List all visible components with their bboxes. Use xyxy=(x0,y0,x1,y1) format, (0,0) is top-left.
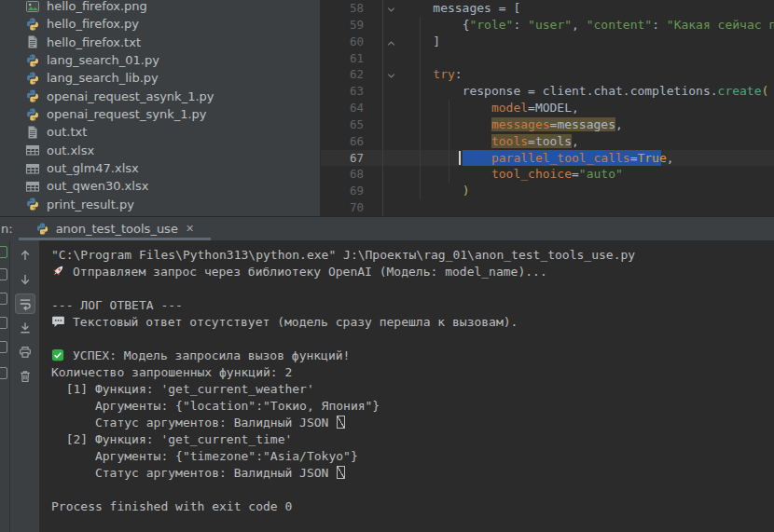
console-line: Аргументы: {"location":"Токио, Япония"} xyxy=(51,398,774,415)
python-file-icon xyxy=(25,197,40,211)
clipped-toolbar-icon xyxy=(0,268,7,280)
line-number: 64 xyxy=(321,100,377,116)
code-token: , xyxy=(667,151,674,165)
code-editor[interactable]: 58 messages = [59 {"role": "user", "cont… xyxy=(321,0,774,216)
tree-item[interactable]: out_glm47.xlsx xyxy=(0,159,320,177)
tree-item[interactable]: out.txt xyxy=(0,123,320,141)
scroll-to-end-button[interactable] xyxy=(15,318,35,338)
code-line[interactable]: 65 messages=messages, xyxy=(321,116,774,133)
console-line: Текстовый ответ отсутствует (модель сраз… xyxy=(51,314,774,331)
code-token: : xyxy=(455,67,463,81)
console-line: УСПЕХ: Модель запросила вызов функций! xyxy=(51,348,774,364)
tree-item-label: lang_search_lib.py xyxy=(47,71,159,85)
fold-gutter xyxy=(377,199,404,216)
console-text: УСПЕХ: Модель запросила вызов функций! xyxy=(73,348,350,362)
code-line[interactable]: 63 response = client.chat.completions.cr… xyxy=(321,83,774,100)
tree-item-label: lang_search_01.py xyxy=(47,53,159,67)
fold-gutter xyxy=(377,83,404,100)
python-file-icon xyxy=(25,89,40,103)
caret xyxy=(459,151,461,166)
printer-button[interactable] xyxy=(15,342,35,362)
code-line[interactable]: 69 ) xyxy=(321,183,774,199)
code-line[interactable]: 61 xyxy=(321,50,774,67)
console-text: --- ЛОГ ОТВЕТА --- xyxy=(51,298,183,312)
missing-glyph-box xyxy=(337,416,345,429)
code-line[interactable]: 58 messages = [ xyxy=(321,0,774,17)
tree-item-label: openai_request_synk_1.py xyxy=(47,107,207,121)
tree-item[interactable]: lang_search_lib.py xyxy=(0,69,320,87)
console-line xyxy=(51,482,774,498)
code-line[interactable]: 59 {"role": "user", "content": "Какая се… xyxy=(321,17,774,34)
tree-item[interactable]: openai_request_asynk_1.py xyxy=(0,88,320,105)
code-token: messages = [ xyxy=(433,1,520,15)
fold-gutter xyxy=(377,34,404,50)
pycharm-window: hello_firefox.pnghello_firefox.pyhello_f… xyxy=(0,0,774,532)
table-file-icon xyxy=(25,161,40,176)
python-file-icon xyxy=(25,53,40,68)
tree-item[interactable]: out.xlsx xyxy=(0,142,320,159)
code-token: True xyxy=(637,151,666,165)
code-line[interactable]: 60 ] xyxy=(321,34,774,50)
code-token: parallel_tool_calls xyxy=(491,151,630,165)
tree-item[interactable]: lang_search_01.py xyxy=(0,51,320,69)
soft-wrap-icon xyxy=(18,296,33,311)
tree-item[interactable]: hello_firefox.txt xyxy=(0,34,320,51)
missing-glyph-box xyxy=(337,466,345,479)
code-text: messages = [ xyxy=(404,0,520,17)
down-arrow-button[interactable] xyxy=(15,269,35,290)
code-text: response = client.chat.completions.creat… xyxy=(404,83,768,100)
code-token: "Какая сейчас по xyxy=(667,18,774,32)
code-line[interactable]: 68 tool_choice="auto" xyxy=(321,166,774,183)
code-line[interactable]: 64 model=MODEL, xyxy=(321,100,774,116)
console-text: Текстовый ответ отсутствует (модель сраз… xyxy=(73,315,518,329)
tree-item[interactable]: hello_firefox.py xyxy=(0,15,320,33)
run-tab[interactable]: anon_test_tools_use ✕ xyxy=(19,217,211,240)
line-number: 68 xyxy=(321,166,377,183)
fold-gutter xyxy=(377,0,404,17)
console-output[interactable]: "C:\Program Files\Python313\python.exe" … xyxy=(40,240,774,532)
code-line[interactable]: 70 xyxy=(321,199,774,216)
tree-item[interactable]: print_result.py xyxy=(0,196,320,213)
trash-button[interactable] xyxy=(15,366,35,387)
line-number: 66 xyxy=(321,133,377,150)
code-line[interactable]: 67 parallel_tool_calls=True, xyxy=(321,150,774,167)
close-tab-icon[interactable]: ✕ xyxy=(186,223,194,235)
console-line: --- ЛОГ ОТВЕТА --- xyxy=(51,297,774,314)
code-token: response = client.chat.completions. xyxy=(463,84,718,98)
line-number: 63 xyxy=(321,83,377,100)
code-text: try: xyxy=(404,66,463,83)
code-text: model=MODEL, xyxy=(404,100,579,116)
clipped-toolbar-icon xyxy=(0,317,7,329)
code-token: tool_choice xyxy=(491,167,572,181)
project-tree[interactable]: hello_firefox.pnghello_firefox.pyhello_f… xyxy=(0,0,321,216)
code-text: tool_choice="auto" xyxy=(404,166,623,183)
tree-item[interactable]: out_qwen30.xlsx xyxy=(0,177,320,195)
text-file-icon xyxy=(25,34,40,49)
console-line: [2] Функция: 'get_current_time' xyxy=(51,431,774,448)
console-line: Статус аргументов: Валидный JSON xyxy=(51,465,774,482)
top-split: hello_firefox.pnghello_firefox.pyhello_f… xyxy=(0,0,774,216)
code-text: messages=messages, xyxy=(404,116,623,133)
tree-item[interactable]: openai_request_synk_1.py xyxy=(0,105,320,123)
console-line: [1] Функция: 'get_current_weather' xyxy=(51,381,774,398)
line-number: 65 xyxy=(321,116,377,133)
code-line[interactable]: 66 tools=tools, xyxy=(321,133,774,150)
fold-gutter xyxy=(377,116,404,133)
scroll-to-end-icon xyxy=(18,321,33,335)
line-number: 67 xyxy=(321,150,377,167)
up-arrow-button[interactable] xyxy=(15,245,35,266)
tree-item-label: hello_firefox.py xyxy=(47,17,139,31)
clipped-icon-strip xyxy=(0,240,10,532)
fold-gutter xyxy=(377,166,404,183)
code-token: , xyxy=(615,117,623,131)
console-text: Статус аргументов: Валидный JSON xyxy=(51,416,336,430)
code-token: "content" xyxy=(587,18,652,32)
console-text: Аргументы: {"location":"Токио, Япония"} xyxy=(51,399,380,413)
code-token: create xyxy=(718,84,762,98)
tree-item[interactable]: hello_firefox.png xyxy=(0,0,320,15)
code-line[interactable]: 62 try: xyxy=(321,66,774,83)
code-token: ( xyxy=(762,84,769,98)
soft-wrap-button[interactable] xyxy=(15,293,35,314)
code-token: = xyxy=(572,167,579,181)
printer-icon xyxy=(18,345,33,360)
